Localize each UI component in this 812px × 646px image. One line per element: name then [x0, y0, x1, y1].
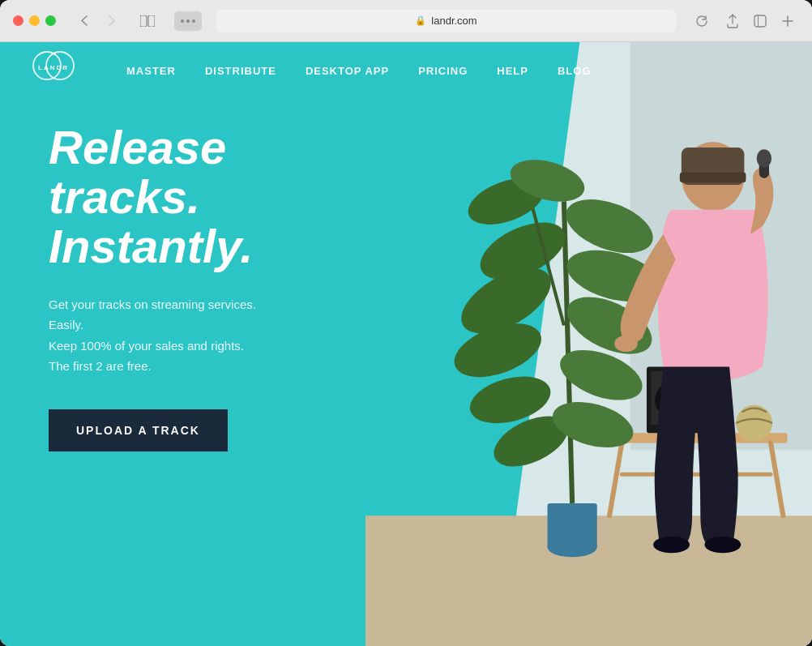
nav-help[interactable]: HELP	[497, 65, 528, 77]
nav-distribute[interactable]: DISTRIBUTE	[205, 65, 276, 77]
hero-content: Release tracks. Instantly. Get your trac…	[49, 123, 256, 451]
hero-subtitle: Get your tracks on streaming services. E…	[49, 294, 256, 377]
toolbar-right	[721, 10, 799, 32]
browser-window: 🔒 landr.com	[0, 0, 812, 646]
url-text: landr.com	[431, 15, 477, 27]
svg-rect-2	[754, 15, 766, 27]
lock-icon: 🔒	[415, 15, 426, 26]
navigation-buttons	[72, 11, 124, 31]
svg-rect-19	[547, 503, 596, 549]
svg-point-39	[614, 336, 638, 352]
svg-point-38	[757, 149, 771, 167]
more-options-button[interactable]	[174, 11, 202, 31]
nav-master[interactable]: MASTER	[126, 65, 176, 77]
navigation: LANDR MASTER DISTRIBUTE DESKTOP APP PRIC…	[0, 42, 812, 99]
website-content: LANDR MASTER DISTRIBUTE DESKTOP APP PRIC…	[0, 42, 812, 646]
svg-rect-0	[140, 15, 147, 27]
close-button[interactable]	[13, 15, 24, 26]
minimize-button[interactable]	[29, 15, 40, 26]
svg-text:LANDR: LANDR	[38, 64, 69, 71]
url-bar[interactable]: 🔒 landr.com	[216, 10, 676, 32]
traffic-lights	[13, 15, 56, 26]
titlebar: 🔒 landr.com	[0, 0, 812, 42]
share-button[interactable]	[721, 11, 744, 31]
sidebar-toggle-button[interactable]	[135, 11, 160, 31]
svg-point-41	[704, 537, 741, 553]
svg-point-40	[653, 537, 690, 553]
upload-track-button[interactable]: UPLOAD A TRACK	[49, 409, 228, 451]
nav-links: MASTER DISTRIBUTE DESKTOP APP PRICING HE…	[126, 65, 592, 77]
hero-title: Release tracks. Instantly.	[49, 123, 256, 272]
hero-section: LANDR MASTER DISTRIBUTE DESKTOP APP PRIC…	[0, 42, 812, 646]
nav-desktop-app[interactable]: DESKTOP APP	[306, 65, 389, 77]
logo[interactable]: LANDR	[32, 48, 78, 93]
svg-rect-36	[680, 173, 746, 182]
svg-rect-1	[148, 15, 155, 27]
forward-button[interactable]	[100, 11, 124, 31]
svg-rect-3	[758, 15, 759, 27]
reload-button[interactable]	[690, 11, 713, 31]
tabs-button[interactable]	[749, 11, 771, 31]
hero-bg-photo	[365, 42, 812, 646]
maximize-button[interactable]	[45, 15, 56, 26]
logo-icon: LANDR	[32, 48, 78, 93]
new-tab-button[interactable]	[776, 10, 799, 32]
nav-blog[interactable]: BLOG	[558, 65, 592, 77]
svg-point-17	[736, 405, 772, 442]
nav-pricing[interactable]: PRICING	[418, 65, 468, 77]
back-button[interactable]	[72, 11, 96, 31]
